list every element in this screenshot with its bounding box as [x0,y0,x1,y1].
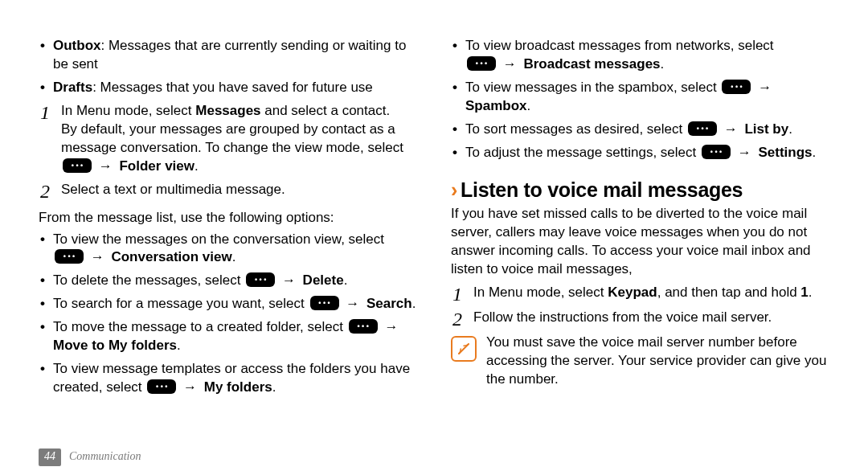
period: . [788,121,792,137]
step-number-2: 2 [452,309,473,329]
key-1-label: 1 [800,285,808,300]
period: . [527,98,531,113]
step-number-1: 1 [452,284,473,304]
manual-page: Outbox: Messages that are currently send… [0,0,868,471]
more-options-icon [63,158,92,173]
step1-b: Messages [195,103,260,118]
note-text: You must save the voice mail server numb… [486,334,829,389]
period: . [661,56,665,72]
voice-mail-heading: ›Listen to voice mail messages [451,177,829,204]
left-column: Outbox: Messages that are currently send… [39,37,417,465]
drafts-desc: : Messages that you have saved for futur… [92,80,373,95]
list-by-label: List by [741,121,789,137]
step1-a: In Menu mode, select [61,103,195,118]
bullet-broadcast: To view broadcast messages from networks… [451,37,829,74]
arrow: → [89,248,108,267]
bullet-conversation-view: To view the messages on the conversation… [39,231,417,268]
keypad-label: Keypad [608,285,657,300]
step-number-1: 1 [40,102,61,122]
page-footer: 44 Communication [39,448,141,466]
vm2-text: Follow the instructions from the voice m… [473,309,829,327]
more-options-icon [688,121,717,136]
outbox-desc: : Messages that are currently sending or… [53,38,406,72]
conversation-view-label: Conversation view [108,249,232,264]
search-a: To search for a message you want, select [53,296,309,311]
arrow: → [502,55,520,74]
spam-a: To view messages in the spambox, select [465,80,720,95]
arrow: → [736,144,755,162]
del-a: To delete the messages, select [53,272,244,288]
bullet-templates: To view message templates or access the … [39,360,417,397]
period: . [344,272,348,288]
vm1-c: , and then tap and hold [657,285,801,300]
bullet-list-by: To sort messages as desired, select → Li… [451,121,829,139]
settings-a: To adjust the message settings, select [465,145,700,160]
move-a: To move the message to a created folder,… [53,319,347,334]
period: . [813,145,817,160]
period: . [194,158,199,174]
arrow: → [344,295,362,313]
step-2: 2 Select a text or multimedia message. [39,181,417,201]
heading-text: Listen to voice mail messages [461,178,743,201]
page-number: 44 [39,448,61,466]
outbox-label: Outbox [53,38,101,53]
more-options-icon [702,145,731,159]
settings-label: Settings [755,145,813,160]
more-options-icon [147,379,176,394]
bullet-move: To move the message to a created folder,… [39,318,417,355]
arrow: → [723,121,741,139]
vm1-a: In Menu mode, select [473,285,608,300]
vm1-e: . [809,285,813,300]
bullet-delete: To delete the messages, select → Delete. [39,272,417,290]
more-options-icon [467,56,496,71]
vm-step-2: 2 Follow the instructions from the voice… [451,309,829,329]
arrow: → [182,379,200,397]
broadcast-label: Broadcast messages [520,56,661,72]
my-folders-label: My folders [200,379,272,395]
chevron-right-icon: › [451,178,457,201]
more-options-icon [246,272,275,287]
vm-step-1: 1 In Menu mode, select Keypad, and then … [451,284,829,304]
section-name: Communication [69,449,141,465]
arrow: → [383,318,401,337]
more-options-icon [55,249,84,264]
arrow: → [280,272,299,290]
bullet-settings: To adjust the message settings, select →… [451,144,829,162]
conv-a: To view the messages on the conversation… [53,231,384,247]
period: . [232,249,236,264]
step1-c: and select a contact. [261,103,391,118]
spambox-label: Spambox [465,98,527,113]
bullet-drafts: Drafts: Messages that you have saved for… [39,79,417,97]
right-column: To view broadcast messages from networks… [451,37,829,465]
more-options-icon [722,80,751,94]
period: . [177,338,181,353]
step1-body: By default, your messages are grouped by… [61,121,403,155]
arrow: → [756,79,775,97]
bullet-outbox: Outbox: Messages that are currently send… [39,37,417,74]
bullet-spambox: To view messages in the spambox, select … [451,79,829,116]
sort-a: To sort messages as desired, select [465,121,686,137]
search-label: Search [366,296,412,311]
broadcast-a: To view broadcast messages from networks… [465,38,774,53]
more-options-icon [310,296,339,310]
period: . [412,296,416,311]
bullet-search: To search for a message you want, select… [39,295,417,313]
list-intro: From the message list, use the following… [39,209,417,227]
period: . [272,379,276,395]
step2-text: Select a text or multimedia message. [61,181,417,199]
arrow: → [97,158,116,176]
move-label: Move to My folders [53,338,177,353]
step-number-2: 2 [40,181,61,201]
voice-mail-intro: If you have set missed calls to be diver… [451,205,829,279]
step-1: 1 In Menu mode, select Messages and sele… [39,102,417,176]
folder-view-label: Folder view [116,158,194,174]
note-box: You must save the voice mail server numb… [451,334,829,389]
delete-label: Delete [299,272,344,288]
more-options-icon [349,319,378,334]
drafts-label: Drafts [53,80,92,95]
note-icon [451,336,477,362]
